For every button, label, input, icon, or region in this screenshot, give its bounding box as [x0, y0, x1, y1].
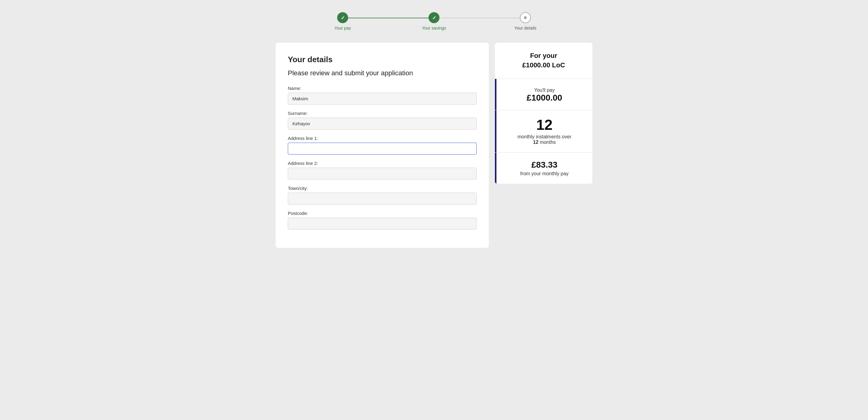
- circle-inner: [524, 16, 527, 19]
- form-panel: Your details Please review and submit yo…: [276, 43, 489, 248]
- form-title: Your details: [288, 55, 477, 64]
- field-postcode: Postcode:: [288, 211, 477, 230]
- label-surname: Surname:: [288, 111, 477, 116]
- input-address1[interactable]: [288, 143, 477, 154]
- step-label-your-pay: Your pay: [334, 26, 351, 30]
- step-your-pay: ✓ Your pay: [297, 12, 388, 30]
- field-name: Name:: [288, 86, 477, 104]
- input-address2[interactable]: [288, 168, 477, 180]
- step-circle-your-savings: ✓: [429, 12, 439, 23]
- summary-content-instalments: 12 monthly instalments over 12 months: [496, 110, 592, 152]
- step-your-details: Your details: [480, 12, 571, 30]
- step-label-your-savings: Your savings: [422, 26, 446, 30]
- step-circle-your-pay: ✓: [337, 12, 348, 23]
- field-address1: Address line 1:: [288, 136, 477, 154]
- instalments-number: 12: [536, 117, 553, 133]
- step-your-savings: ✓ Your savings: [388, 12, 480, 30]
- form-subtitle: Please review and submit your applicatio…: [288, 69, 477, 77]
- field-surname: Surname:: [288, 111, 477, 129]
- summary-panel: For your £1000.00 LoC You'll pay £1000.0…: [495, 43, 592, 184]
- summary-content-pay: You'll pay £1000.00: [496, 79, 592, 110]
- input-town[interactable]: [288, 192, 477, 205]
- step-circle-your-details: [520, 12, 531, 23]
- label-name: Name:: [288, 86, 477, 91]
- input-name[interactable]: [288, 93, 477, 104]
- summary-content-monthly: £83.33 from your monthly pay: [496, 153, 592, 184]
- instalments-text: monthly instalments over 12 months: [504, 134, 585, 145]
- field-town: Town/city:: [288, 186, 477, 205]
- label-address2: Address line 2:: [288, 161, 477, 166]
- input-surname[interactable]: [288, 118, 477, 129]
- checkmark-icon-2: ✓: [432, 15, 436, 21]
- pay-label: You'll pay: [504, 88, 585, 93]
- label-address1: Address line 1:: [288, 136, 477, 141]
- field-address2: Address line 2:: [288, 161, 477, 180]
- summary-header: For your £1000.00 LoC: [495, 43, 592, 79]
- summary-row-monthly: £83.33 from your monthly pay: [495, 153, 592, 184]
- monthly-label: from your monthly pay: [504, 171, 585, 177]
- monthly-amount: £83.33: [504, 160, 585, 170]
- main-content: Your details Please review and submit yo…: [276, 43, 592, 248]
- label-town: Town/city:: [288, 186, 477, 191]
- summary-row-instalments: 12 monthly instalments over 12 months: [495, 110, 592, 153]
- summary-row-pay: You'll pay £1000.00: [495, 79, 592, 110]
- stepper: ✓ Your pay ✓ Your savings Your details: [297, 12, 571, 30]
- input-postcode[interactable]: [288, 218, 477, 230]
- label-postcode: Postcode:: [288, 211, 477, 216]
- pay-amount: £1000.00: [504, 93, 585, 103]
- step-label-your-details: Your details: [515, 26, 537, 30]
- summary-title: For your £1000.00 LoC: [502, 51, 585, 70]
- checkmark-icon: ✓: [341, 15, 345, 21]
